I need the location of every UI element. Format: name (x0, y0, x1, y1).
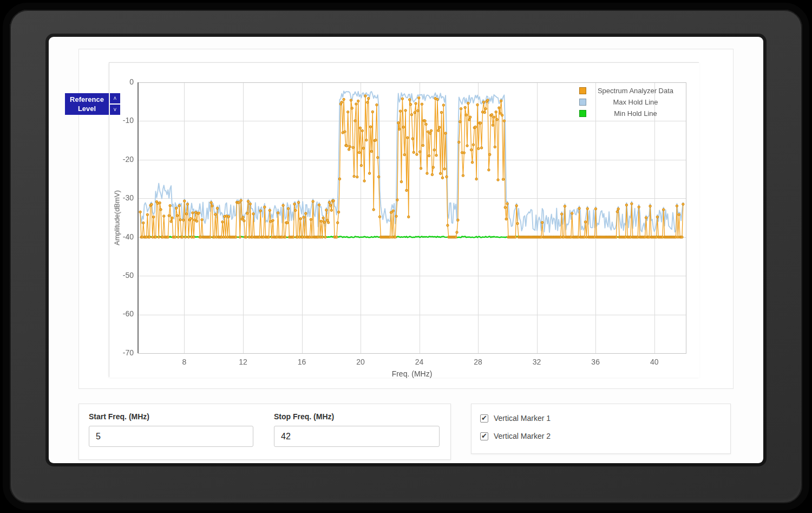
screen: Amplitude(dBmV) Freq. (MHz) Spectrum Ana… (49, 37, 763, 463)
legend-item-min-hold: Min Hold Line (579, 108, 683, 119)
stop-freq-label: Stop Freq. (MHz) (274, 412, 440, 421)
reference-level-spinner: ˄ ˅ (110, 93, 120, 115)
vertical-marker-1-label: Vertical Marker 1 (494, 414, 551, 423)
reference-level-label: Reference Level (65, 93, 109, 115)
vertical-marker-2-row[interactable]: Vertical Marker 2 (480, 430, 722, 443)
max-hold-swatch-icon (579, 99, 586, 106)
frequency-settings-card: Start Freq. (MHz) Stop Freq. (MHz) (78, 404, 451, 460)
vertical-marker-1-checkbox[interactable] (480, 414, 488, 423)
stop-freq-input[interactable] (274, 426, 440, 447)
y-axis-label: Amplitude(dBmV) (113, 190, 121, 245)
legend-label: Spectrum Analyzer Data (588, 87, 683, 95)
legend-label: Max Hold Line (588, 98, 683, 106)
vertical-marker-1-row[interactable]: Vertical Marker 1 (480, 412, 722, 425)
reference-level-up-button[interactable]: ˄ (110, 93, 120, 103)
chart-card: Amplitude(dBmV) Freq. (MHz) Spectrum Ana… (109, 62, 699, 377)
reference-level-control: Reference Level ˄ ˅ (65, 93, 120, 115)
vertical-markers-card: Vertical Marker 1 Vertical Marker 2 (471, 404, 731, 454)
x-axis-label: Freq. (MHz) (138, 369, 686, 378)
chevron-down-icon: ˅ (114, 107, 117, 113)
spectrum-data-swatch-icon (579, 87, 586, 94)
chart-legend: Spectrum Analyzer Data Max Hold Line Min… (579, 85, 683, 119)
start-freq-label: Start Freq. (MHz) (89, 412, 253, 421)
chevron-up-icon: ˄ (114, 96, 117, 101)
page: Amplitude(dBmV) Freq. (MHz) Spectrum Ana… (0, 0, 812, 513)
vertical-marker-2-checkbox[interactable] (480, 432, 488, 440)
vertical-marker-2-label: Vertical Marker 2 (494, 432, 551, 440)
legend-label: Min Hold Line (588, 109, 683, 118)
chart-panel: Amplitude(dBmV) Freq. (MHz) Spectrum Ana… (78, 49, 734, 389)
legend-item-spectrum: Spectrum Analyzer Data (579, 85, 683, 96)
legend-item-max-hold: Max Hold Line (579, 96, 683, 108)
min-hold-swatch-icon (579, 110, 586, 117)
reference-level-down-button[interactable]: ˅ (110, 105, 120, 115)
start-freq-input[interactable] (89, 426, 253, 447)
